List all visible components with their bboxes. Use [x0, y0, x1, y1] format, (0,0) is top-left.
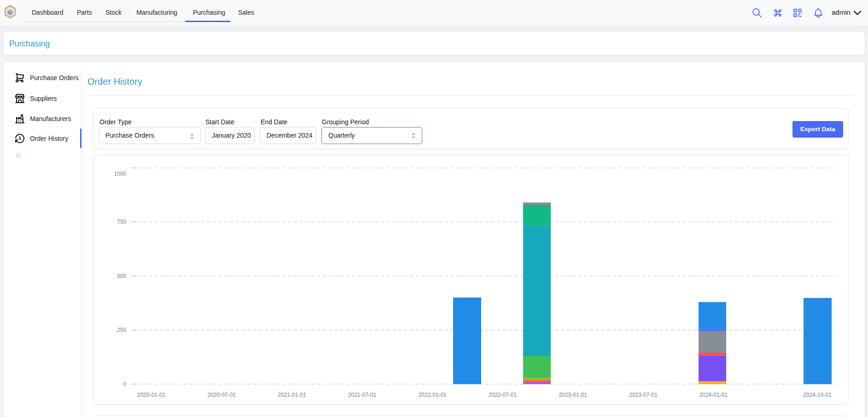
svg-text:2020-01-01: 2020-01-01 [137, 392, 166, 398]
svg-text:2020-07-01: 2020-07-01 [208, 392, 236, 398]
svg-text:2024-10-01: 2024-10-01 [803, 392, 832, 398]
svg-text:2024-01-01: 2024-01-01 [699, 392, 728, 398]
svg-text:500: 500 [117, 273, 126, 279]
svg-text:250: 250 [117, 327, 126, 333]
svg-text:2022-01-01: 2022-01-01 [418, 392, 447, 398]
svg-text:2023-07-01: 2023-07-01 [629, 392, 658, 398]
svg-text:750: 750 [117, 219, 126, 225]
svg-text:0: 0 [123, 381, 127, 388]
svg-text:2023-01-01: 2023-01-01 [559, 392, 588, 398]
svg-text:1000: 1000 [114, 171, 127, 177]
svg-text:2021-07-01: 2021-07-01 [348, 392, 377, 398]
svg-text:2021-01-01: 2021-01-01 [278, 392, 306, 398]
svg-text:2022-07-01: 2022-07-01 [489, 392, 517, 398]
